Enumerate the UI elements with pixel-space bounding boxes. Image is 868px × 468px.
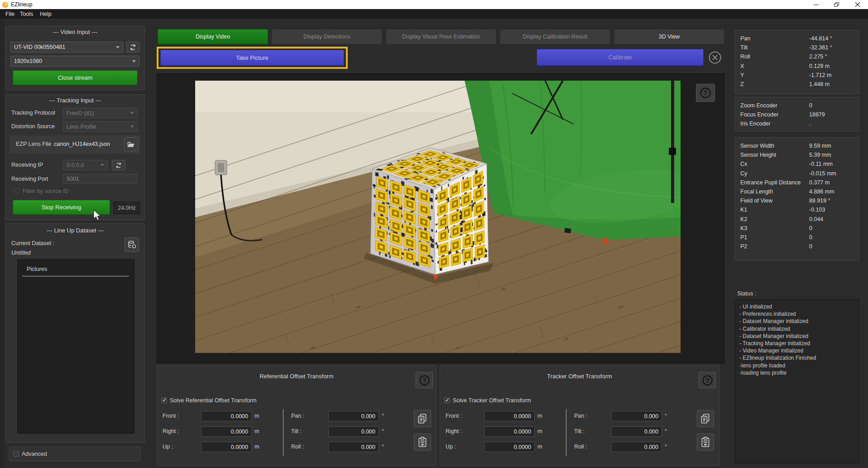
telemetry-value: -32.361 ° [809,44,854,51]
tab-display-calibration-result[interactable]: Display Calibration Result [500,29,610,44]
unit-label: m [537,444,542,450]
calibrate-button[interactable]: Calibrate [537,49,704,66]
tracker-rightinput[interactable]: 0.0000 [484,426,535,437]
tracker-rollinput[interactable]: 0.000 [611,442,662,452]
tracker-help-button[interactable]: ? [699,372,716,388]
referential-paste-button[interactable] [414,434,431,451]
referential-paninput[interactable]: 0.000 [328,411,379,421]
advanced-checkbox[interactable] [13,451,19,457]
unit-label: ° [382,413,384,419]
distortion-source-value: Lens Profile [67,124,96,130]
tracker-paninput[interactable]: 0.000 [611,411,662,421]
tab-display-visual-pose-estimation[interactable]: Display Visual Pose Estimation [386,29,496,44]
take-picture-button[interactable]: Take Picture [160,50,344,66]
dataset-manager-button[interactable] [125,237,139,252]
app-logo-icon [2,2,8,8]
tracker-frontinput[interactable]: 0.0000 [484,411,535,421]
receiving-ip-label: Receiving IP [11,162,43,168]
close-stream-button[interactable]: Close stream [13,70,138,85]
help-icon: ? [701,374,714,386]
field-label-up: Up : [163,444,173,450]
unit-label: ° [382,444,384,450]
status-line: - Dataset Manager initialized [739,318,854,325]
tab-display-video[interactable]: Display Video [158,29,268,44]
telemetry-row-y: Y-1.712 m [735,71,859,80]
tab-3d-view[interactable]: 3D View [614,29,724,44]
video-device-dropdown[interactable]: UT-VID 00k0550481 [10,42,123,53]
filter-source-checkbox[interactable] [14,188,19,194]
telemetry-label: Tilt [740,44,809,51]
tracker-solve-checkbox[interactable] [444,397,450,403]
browse-lens-file-button[interactable] [124,137,138,151]
status-line: - Video Manager initialized [739,347,854,354]
referential-rollinput[interactable]: 0.000 [328,442,379,452]
telemetry-row-cx: Cx-0.11 mm [735,159,859,169]
restore-button[interactable] [826,0,847,9]
refresh-icon [129,44,136,51]
unit-label: ° [665,444,667,450]
receiving-port-input[interactable]: 5001 [63,174,138,183]
telemetry-row-x: X0.129 m [735,62,859,71]
unit-label: ° [665,413,667,419]
refresh-devices-button[interactable] [126,42,139,53]
minimize-button[interactable] [806,0,826,9]
field-label-right: Right : [163,428,179,434]
paste-icon [417,436,428,448]
cancel-calibration-button[interactable] [708,50,722,65]
unit-label: m [254,444,259,450]
telemetry-row-z: Z1.448 m [735,80,859,89]
tracker-upinput[interactable]: 0.0000 [484,442,535,452]
referential-rightinput[interactable]: 0.0000 [201,426,252,437]
pictures-list[interactable]: Pictures [17,259,134,434]
unit-label: ° [382,428,384,434]
referential-upinput[interactable]: 0.0000 [201,442,252,452]
tracking-protocol-value: FreeD (d1) [67,110,94,116]
referential-tiltinput[interactable]: 0.000 [328,426,379,437]
telemetry-row-k2: K20.044 [735,215,859,224]
telemetry-row-k3: K30 [735,224,859,233]
referential-solve-checkbox[interactable] [161,397,167,403]
menu-file[interactable]: File [4,10,16,18]
advanced-group: Advanced [9,447,141,461]
tracker-paste-button[interactable] [697,434,714,451]
tracker-tiltinput[interactable]: 0.000 [611,426,662,437]
advanced-label: Advanced [22,451,47,457]
tracking-rate-badge: 24.0Hz [113,202,140,214]
referential-solve-label: Solve Referential Offset Transform [170,397,257,404]
telemetry-value: 0.129 m [809,63,854,69]
menu-tools[interactable]: Tools [18,10,35,18]
help-icon: ? [418,374,431,386]
tracker-copy-button[interactable] [697,410,714,427]
telemetry-label: Cy [740,170,809,177]
titlebar: EZlineup [0,0,868,9]
telemetry-row-k1: K1-0.103 [735,205,859,214]
close-button[interactable] [847,0,868,9]
status-line: - Dataset Manager initialized [739,333,854,340]
field-divider [566,409,566,456]
resolution-dropdown[interactable]: 1920x1080 [10,56,139,67]
menu-help[interactable]: Help [38,10,53,18]
receiving-ip-dropdown[interactable]: 0.0.0.0 [63,160,108,170]
window-controls [806,0,868,9]
video-help-button[interactable]: ? [696,84,715,102]
referential-frontinput[interactable]: 0.0000 [201,411,252,421]
receiving-port-label: Receiving Port [11,176,48,182]
refresh-ip-button[interactable] [112,160,125,170]
unit-label: m [254,428,259,434]
telemetry-label: K3 [740,225,809,232]
unit-label: m [537,428,542,434]
referential-help-button[interactable]: ? [416,372,433,388]
telemetry-row-focal-length: Focal Length4.886 mm [735,187,859,196]
dataset-group: --- Line Up Dataset --- Current Dataset … [5,223,145,443]
tab-display-detections[interactable]: Display Detections [272,29,382,44]
status-line: - Calibrator initialized [739,325,854,333]
help-icon: ? [699,87,712,99]
telemetry-label: Zoom Encoder [740,102,809,109]
video-display-panel: ? [157,73,724,363]
referential-copy-button[interactable] [414,410,431,427]
telemetry-value: -0.11 mm [809,161,854,167]
telemetry-value: 5.39 mm [809,152,854,158]
tracking-protocol-dropdown[interactable]: FreeD (d1) [63,108,138,118]
distortion-source-dropdown[interactable]: Lens Profile [63,121,138,132]
telemetry-label: Sensor Height [740,152,809,158]
